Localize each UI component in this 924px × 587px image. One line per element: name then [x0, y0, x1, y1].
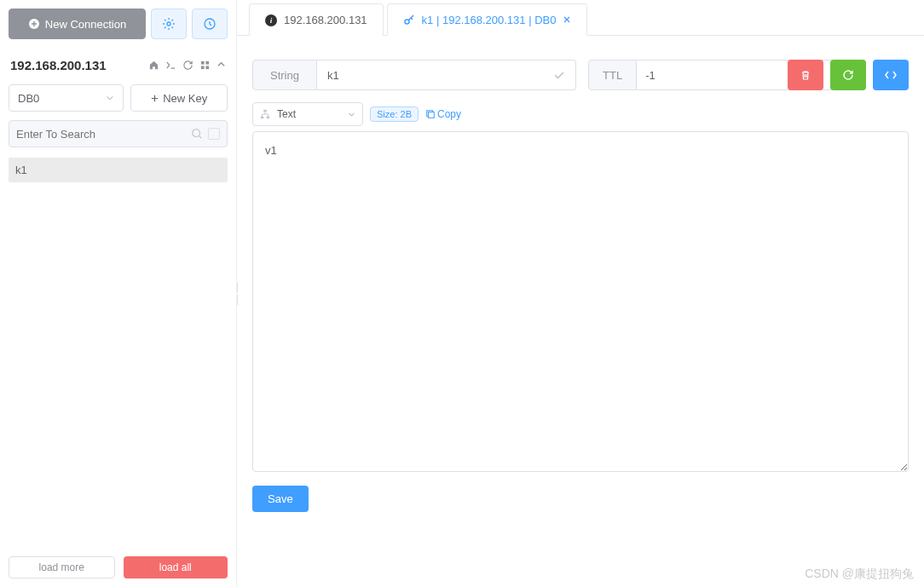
clock-icon: [203, 17, 217, 31]
chevron-down-icon: [106, 94, 114, 102]
format-label: Text: [277, 108, 296, 120]
db-select[interactable]: DB0: [9, 84, 124, 112]
key-item[interactable]: k1: [9, 158, 228, 182]
plus-icon: [150, 94, 159, 103]
collapse-icon[interactable]: [217, 60, 226, 71]
new-key-button[interactable]: New Key: [130, 84, 228, 112]
gear-icon: [162, 17, 176, 31]
tab-label: k1 | 192.168.200.131 | DB0: [422, 14, 557, 26]
copy-button[interactable]: Copy: [425, 108, 461, 120]
delete-button[interactable]: [788, 60, 823, 90]
search-box[interactable]: [9, 120, 228, 147]
tab-bar: i 192.168.200.131 k1 | 192.168.200.131 |…: [237, 0, 924, 36]
svg-point-1: [167, 22, 170, 26]
copy-icon: [425, 109, 436, 119]
key-name-input[interactable]: [327, 69, 553, 82]
refresh-icon: [842, 69, 854, 81]
sitemap-icon: [260, 109, 270, 119]
refresh-button[interactable]: [830, 60, 866, 90]
info-icon: i: [265, 14, 277, 26]
connection-header: 192.168.200.131: [9, 58, 228, 72]
connection-title: 192.168.200.131: [10, 58, 107, 72]
key-icon: [403, 14, 415, 26]
ttl-input[interactable]: [645, 69, 788, 82]
svg-rect-4: [205, 61, 209, 65]
svg-rect-3: [201, 61, 205, 65]
code-button[interactable]: [873, 60, 909, 90]
tab-label: 192.168.200.131: [284, 14, 367, 26]
save-button[interactable]: Save: [252, 486, 309, 512]
log-button[interactable]: [192, 9, 228, 39]
svg-rect-5: [201, 66, 205, 69]
new-key-label: New Key: [163, 92, 207, 105]
sidebar: New Connection 192.168.200.131: [0, 0, 237, 587]
svg-rect-6: [205, 66, 209, 69]
grid-icon[interactable]: [199, 60, 211, 71]
chevron-down-icon: [348, 111, 355, 118]
settings-button[interactable]: [151, 9, 187, 39]
svg-point-7: [193, 129, 200, 137]
tab-server-info[interactable]: i 192.168.200.131: [249, 3, 384, 36]
size-badge: Size: 2B: [370, 106, 419, 122]
exact-match-checkbox[interactable]: [208, 128, 220, 140]
confirm-rename-icon[interactable]: [553, 69, 565, 81]
search-icon[interactable]: [191, 128, 203, 140]
key-toolbar: String TTL: [252, 60, 909, 90]
terminal-icon[interactable]: [165, 60, 176, 71]
load-more-button[interactable]: load more: [9, 556, 115, 578]
format-select[interactable]: Text: [252, 102, 363, 126]
load-all-button[interactable]: load all: [124, 556, 228, 578]
refresh-icon[interactable]: [182, 60, 193, 71]
svg-rect-12: [261, 117, 263, 119]
tab-key-editor[interactable]: k1 | 192.168.200.131 | DB0: [387, 3, 588, 36]
plus-circle-icon: [28, 18, 40, 30]
split-handle[interactable]: [235, 283, 240, 305]
svg-rect-14: [428, 112, 434, 118]
ttl-label: TTL: [588, 60, 637, 90]
main-panel: i 192.168.200.131 k1 | 192.168.200.131 |…: [237, 0, 924, 587]
close-icon[interactable]: [563, 15, 571, 24]
type-label: String: [252, 60, 317, 90]
svg-point-10: [405, 20, 409, 24]
key-list: k1: [9, 158, 228, 550]
copy-label: Copy: [437, 108, 461, 120]
code-icon: [884, 69, 898, 81]
trash-icon: [800, 69, 811, 81]
home-icon[interactable]: [148, 60, 159, 71]
value-toolbar: Text Size: 2B Copy: [252, 102, 909, 126]
db-select-value: DB0: [18, 92, 39, 105]
svg-rect-11: [263, 110, 266, 112]
search-input[interactable]: [16, 128, 188, 141]
svg-rect-13: [267, 117, 269, 119]
new-connection-label: New Connection: [45, 18, 126, 31]
value-textarea[interactable]: [252, 131, 909, 472]
new-connection-button[interactable]: New Connection: [9, 9, 146, 39]
